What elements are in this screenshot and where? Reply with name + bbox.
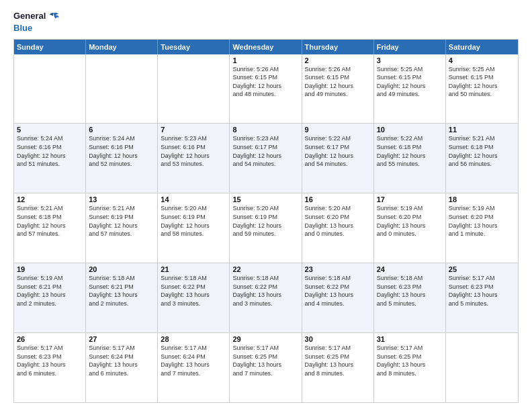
cal-cell-2-0: 12Sunrise: 5:21 AM Sunset: 6:18 PM Dayli… [14, 193, 86, 263]
day-info: Sunrise: 5:22 AM Sunset: 6:18 PM Dayligh… [377, 134, 443, 168]
cal-cell-4-0: 26Sunrise: 5:17 AM Sunset: 6:23 PM Dayli… [14, 333, 86, 402]
day-info: Sunrise: 5:17 AM Sunset: 6:23 PM Dayligh… [449, 274, 515, 308]
cal-cell-3-4: 23Sunrise: 5:18 AM Sunset: 6:22 PM Dayli… [302, 263, 374, 332]
cal-row-2: 12Sunrise: 5:21 AM Sunset: 6:18 PM Dayli… [14, 193, 518, 263]
day-number: 19 [17, 265, 83, 273]
day-number: 14 [161, 195, 226, 203]
day-number: 4 [449, 56, 515, 64]
cal-cell-1-2: 7Sunrise: 5:23 AM Sunset: 6:16 PM Daylig… [158, 124, 230, 193]
cal-header-wednesday: Wednesday [230, 40, 302, 54]
cal-cell-1-0: 5Sunrise: 5:24 AM Sunset: 6:16 PM Daylig… [14, 124, 86, 193]
day-info: Sunrise: 5:18 AM Sunset: 6:22 PM Dayligh… [161, 274, 226, 308]
day-number: 8 [232, 126, 298, 134]
cal-header-sunday: Sunday [14, 40, 86, 54]
cal-cell-1-6: 11Sunrise: 5:21 AM Sunset: 6:18 PM Dayli… [446, 124, 518, 193]
cal-cell-0-2 [158, 54, 230, 124]
day-number: 10 [377, 126, 443, 134]
logo-line1: General [13, 11, 60, 23]
day-number: 27 [89, 335, 154, 343]
calendar-body: 1Sunrise: 5:26 AM Sunset: 6:15 PM Daylig… [14, 54, 518, 402]
logo-line2: Blue [13, 23, 60, 34]
day-info: Sunrise: 5:20 AM Sunset: 6:19 PM Dayligh… [232, 204, 298, 238]
cal-cell-3-2: 21Sunrise: 5:18 AM Sunset: 6:22 PM Dayli… [158, 263, 230, 332]
day-number: 18 [449, 195, 515, 203]
cal-cell-1-1: 6Sunrise: 5:24 AM Sunset: 6:16 PM Daylig… [86, 124, 158, 193]
day-number: 12 [17, 195, 83, 203]
calendar-header-row: SundayMondayTuesdayWednesdayThursdayFrid… [14, 40, 518, 54]
day-info: Sunrise: 5:17 AM Sunset: 6:25 PM Dayligh… [377, 344, 443, 377]
day-info: Sunrise: 5:26 AM Sunset: 6:15 PM Dayligh… [305, 65, 371, 99]
cal-cell-1-5: 10Sunrise: 5:22 AM Sunset: 6:18 PM Dayli… [374, 124, 446, 193]
day-number: 15 [232, 195, 298, 203]
cal-cell-0-0 [14, 54, 86, 124]
cal-row-3: 19Sunrise: 5:19 AM Sunset: 6:21 PM Dayli… [14, 263, 518, 333]
cal-cell-1-4: 9Sunrise: 5:22 AM Sunset: 6:17 PM Daylig… [302, 124, 374, 193]
page: General Blue SundayMondayTuesdayWednesda… [0, 0, 532, 411]
day-number: 17 [377, 195, 443, 203]
cal-cell-3-0: 19Sunrise: 5:19 AM Sunset: 6:21 PM Dayli… [14, 263, 86, 332]
day-info: Sunrise: 5:17 AM Sunset: 6:25 PM Dayligh… [305, 344, 371, 377]
day-info: Sunrise: 5:20 AM Sunset: 6:19 PM Dayligh… [161, 204, 226, 238]
cal-cell-4-6 [446, 333, 518, 402]
cal-cell-1-3: 8Sunrise: 5:23 AM Sunset: 6:17 PM Daylig… [230, 124, 302, 193]
cal-row-4: 26Sunrise: 5:17 AM Sunset: 6:23 PM Dayli… [14, 333, 518, 402]
day-number: 30 [305, 335, 371, 343]
day-info: Sunrise: 5:24 AM Sunset: 6:16 PM Dayligh… [17, 134, 83, 168]
day-info: Sunrise: 5:21 AM Sunset: 6:18 PM Dayligh… [17, 204, 83, 238]
cal-cell-0-3: 1Sunrise: 5:26 AM Sunset: 6:15 PM Daylig… [230, 54, 302, 124]
cal-cell-4-1: 27Sunrise: 5:17 AM Sunset: 6:24 PM Dayli… [86, 333, 158, 402]
header: General Blue [13, 11, 519, 34]
day-info: Sunrise: 5:25 AM Sunset: 6:15 PM Dayligh… [377, 65, 443, 99]
day-info: Sunrise: 5:17 AM Sunset: 6:25 PM Dayligh… [232, 344, 298, 377]
cal-cell-3-6: 25Sunrise: 5:17 AM Sunset: 6:23 PM Dayli… [446, 263, 518, 332]
cal-cell-3-5: 24Sunrise: 5:18 AM Sunset: 6:23 PM Dayli… [374, 263, 446, 332]
cal-cell-0-5: 3Sunrise: 5:25 AM Sunset: 6:15 PM Daylig… [374, 54, 446, 124]
cal-cell-2-6: 18Sunrise: 5:19 AM Sunset: 6:20 PM Dayli… [446, 193, 518, 263]
day-number: 22 [232, 265, 298, 273]
logo-bird-icon [48, 11, 60, 23]
day-info: Sunrise: 5:18 AM Sunset: 6:21 PM Dayligh… [89, 274, 154, 308]
day-info: Sunrise: 5:26 AM Sunset: 6:15 PM Dayligh… [232, 65, 298, 99]
day-info: Sunrise: 5:23 AM Sunset: 6:16 PM Dayligh… [161, 134, 226, 168]
day-number: 1 [232, 56, 298, 64]
cal-row-0: 1Sunrise: 5:26 AM Sunset: 6:15 PM Daylig… [14, 54, 518, 124]
day-info: Sunrise: 5:24 AM Sunset: 6:16 PM Dayligh… [89, 134, 154, 168]
cal-cell-2-4: 16Sunrise: 5:20 AM Sunset: 6:20 PM Dayli… [302, 193, 374, 263]
cal-cell-0-1 [86, 54, 158, 124]
day-info: Sunrise: 5:17 AM Sunset: 6:24 PM Dayligh… [161, 344, 226, 377]
day-number: 24 [377, 265, 443, 273]
cal-cell-2-3: 15Sunrise: 5:20 AM Sunset: 6:19 PM Dayli… [230, 193, 302, 263]
cal-cell-2-2: 14Sunrise: 5:20 AM Sunset: 6:19 PM Dayli… [158, 193, 230, 263]
day-number: 5 [17, 126, 83, 134]
cal-cell-3-1: 20Sunrise: 5:18 AM Sunset: 6:21 PM Dayli… [86, 263, 158, 332]
day-info: Sunrise: 5:25 AM Sunset: 6:15 PM Dayligh… [449, 65, 515, 99]
day-info: Sunrise: 5:18 AM Sunset: 6:23 PM Dayligh… [377, 274, 443, 308]
day-info: Sunrise: 5:21 AM Sunset: 6:19 PM Dayligh… [89, 204, 154, 238]
day-number: 11 [449, 126, 515, 134]
day-info: Sunrise: 5:17 AM Sunset: 6:23 PM Dayligh… [17, 344, 83, 377]
day-number: 7 [161, 126, 226, 134]
day-number: 21 [161, 265, 226, 273]
day-info: Sunrise: 5:18 AM Sunset: 6:22 PM Dayligh… [232, 274, 298, 308]
day-info: Sunrise: 5:19 AM Sunset: 6:20 PM Dayligh… [449, 204, 515, 238]
day-number: 2 [305, 56, 371, 64]
day-info: Sunrise: 5:17 AM Sunset: 6:24 PM Dayligh… [89, 344, 154, 377]
logo: General Blue [13, 11, 60, 34]
cal-cell-0-4: 2Sunrise: 5:26 AM Sunset: 6:15 PM Daylig… [302, 54, 374, 124]
cal-cell-4-4: 30Sunrise: 5:17 AM Sunset: 6:25 PM Dayli… [302, 333, 374, 402]
day-info: Sunrise: 5:20 AM Sunset: 6:20 PM Dayligh… [305, 204, 371, 238]
cal-cell-3-3: 22Sunrise: 5:18 AM Sunset: 6:22 PM Dayli… [230, 263, 302, 332]
day-number: 26 [17, 335, 83, 343]
cal-header-friday: Friday [374, 40, 446, 54]
cal-cell-4-5: 31Sunrise: 5:17 AM Sunset: 6:25 PM Dayli… [374, 333, 446, 402]
day-info: Sunrise: 5:19 AM Sunset: 6:20 PM Dayligh… [377, 204, 443, 238]
day-number: 16 [305, 195, 371, 203]
cal-header-tuesday: Tuesday [158, 40, 230, 54]
cal-cell-0-6: 4Sunrise: 5:25 AM Sunset: 6:15 PM Daylig… [446, 54, 518, 124]
cal-cell-2-5: 17Sunrise: 5:19 AM Sunset: 6:20 PM Dayli… [374, 193, 446, 263]
day-number: 20 [89, 265, 154, 273]
day-number: 31 [377, 335, 443, 343]
day-info: Sunrise: 5:23 AM Sunset: 6:17 PM Dayligh… [232, 134, 298, 168]
day-number: 3 [377, 56, 443, 64]
day-number: 23 [305, 265, 371, 273]
